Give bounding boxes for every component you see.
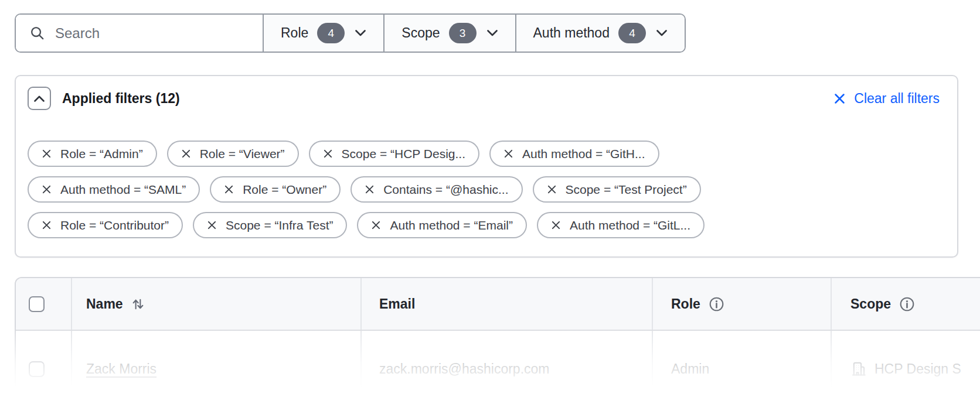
scope-filter-count-badge: 3 <box>449 23 477 43</box>
filter-tag-label: Scope = “Infra Test” <box>226 218 333 232</box>
filter-tag-label: Scope = “Test Project” <box>566 183 687 197</box>
remove-filter-icon[interactable] <box>42 149 52 159</box>
filter-tag[interactable]: Auth method = “Email” <box>357 212 527 238</box>
row-checkbox[interactable] <box>29 361 45 377</box>
filter-tag-label: Auth method = “SAML” <box>60 183 186 197</box>
filter-tag-label: Scope = “HCP Desig... <box>342 147 465 161</box>
header-name: Name <box>71 278 360 330</box>
row-name-cell: Zack Morris <box>71 331 360 404</box>
filter-tag-label: Role = “Owner” <box>243 183 326 197</box>
header-checkbox-cell <box>16 278 71 330</box>
filter-tag-label: Role = “Viewer” <box>200 147 285 161</box>
chevron-down-icon <box>355 29 366 37</box>
applied-filters-panel: Applied filters (12) Clear all filters R… <box>15 75 958 258</box>
remove-filter-icon[interactable] <box>323 149 333 159</box>
filter-tag-label: Auth method = “GitH... <box>522 147 645 161</box>
chevron-up-icon <box>33 95 45 102</box>
role-info-icon[interactable] <box>709 296 724 312</box>
filter-tag[interactable]: Scope = “Infra Test” <box>193 212 347 238</box>
remove-filter-icon[interactable] <box>42 184 52 194</box>
search-placeholder: Search <box>55 25 100 42</box>
select-all-checkbox[interactable] <box>29 296 45 312</box>
filter-tag[interactable]: Auth method = “SAML” <box>28 176 200 203</box>
remove-filter-icon[interactable] <box>224 184 234 194</box>
remove-filter-icon[interactable] <box>503 149 513 159</box>
row-role-cell: Admin <box>652 331 831 404</box>
filter-tag-label: Role = “Admin” <box>60 147 143 161</box>
tag-row: Auth method = “SAML” Role = “Owner” Cont… <box>28 176 945 203</box>
auth-method-filter-dropdown[interactable]: Auth method 4 <box>515 15 685 52</box>
tag-row: Role = “Contributor” Scope = “Infra Test… <box>28 212 945 238</box>
row-checkbox-cell <box>16 331 71 404</box>
users-table: Name Email Role Scope <box>15 277 980 404</box>
sort-icon[interactable] <box>131 297 145 311</box>
user-name-link[interactable]: Zack Morris <box>86 361 156 377</box>
filter-tag[interactable]: Role = “Admin” <box>28 141 157 167</box>
scope-info-icon[interactable] <box>899 296 915 312</box>
chevron-down-icon <box>486 29 498 37</box>
filter-tag[interactable]: Role = “Viewer” <box>167 141 299 167</box>
page: Search Role 4 Scope 3 Auth method 4 <box>0 0 980 404</box>
scope-filter-label: Scope <box>401 25 440 41</box>
role-filter-count-badge: 4 <box>317 23 345 43</box>
filter-tag[interactable]: Scope = “Test Project” <box>533 176 701 203</box>
search-icon <box>29 25 45 41</box>
clear-all-filters-label: Clear all filters <box>854 91 940 107</box>
remove-filter-icon[interactable] <box>551 220 561 230</box>
collapse-filters-button[interactable] <box>28 87 51 110</box>
remove-filter-icon[interactable] <box>207 220 217 230</box>
filter-tag[interactable]: Auth method = “GitL... <box>537 212 705 238</box>
scope-filter-dropdown[interactable]: Scope 3 <box>383 15 515 52</box>
remove-filter-icon[interactable] <box>181 149 191 159</box>
filter-tag-label: Contains = “@hashic... <box>383 183 508 197</box>
filter-tag[interactable]: Contains = “@hashic... <box>351 176 522 203</box>
filter-tag-label: Role = “Contributor” <box>60 218 169 232</box>
name-column-label: Name <box>86 296 123 312</box>
filter-bar: Search Role 4 Scope 3 Auth method 4 <box>15 13 686 53</box>
user-email: zack.morris@hashicorp.com <box>379 361 549 377</box>
row-scope-cell: HCP Design S <box>831 331 980 404</box>
role-filter-label: Role <box>281 25 308 41</box>
header-role: Role <box>652 278 831 330</box>
table-row: Zack Morris zack.morris@hashicorp.com Ad… <box>16 331 980 404</box>
header-scope: Scope <box>831 278 980 330</box>
organization-icon <box>850 361 867 377</box>
role-column-label: Role <box>671 296 700 312</box>
tag-row: Role = “Admin” Role = “Viewer” Scope = “… <box>28 141 945 167</box>
remove-filter-icon[interactable] <box>365 184 375 194</box>
filter-tag[interactable]: Role = “Contributor” <box>28 212 183 238</box>
user-role: Admin <box>671 361 709 377</box>
auth-method-filter-count-badge: 4 <box>618 23 646 43</box>
filter-tag[interactable]: Role = “Owner” <box>210 176 341 203</box>
remove-filter-icon[interactable] <box>371 220 381 230</box>
remove-filter-icon[interactable] <box>42 220 52 230</box>
filter-tag-label: Auth method = “GitL... <box>570 218 690 232</box>
filter-tag[interactable]: Auth method = “GitH... <box>489 141 659 167</box>
scope-column-label: Scope <box>850 296 891 312</box>
table-header-row: Name Email Role Scope <box>16 278 980 331</box>
filter-tag-label: Auth method = “Email” <box>390 218 513 232</box>
row-email-cell: zack.morris@hashicorp.com <box>360 331 652 404</box>
applied-filters-header: Applied filters (12) Clear all filters <box>16 76 957 110</box>
applied-filters-title: Applied filters (12) <box>62 91 180 107</box>
filter-tag[interactable]: Scope = “HCP Desig... <box>309 141 479 167</box>
header-email: Email <box>360 278 652 330</box>
role-filter-dropdown[interactable]: Role 4 <box>263 15 383 52</box>
remove-filter-icon[interactable] <box>547 184 557 194</box>
auth-method-filter-label: Auth method <box>533 25 610 41</box>
clear-all-filters-button[interactable]: Clear all filters <box>833 91 940 107</box>
email-column-label: Email <box>379 296 415 312</box>
applied-filter-tags: Role = “Admin” Role = “Viewer” Scope = “… <box>16 141 957 238</box>
user-scope: HCP Design S <box>874 361 961 377</box>
clear-x-icon <box>833 93 846 105</box>
chevron-down-icon <box>656 29 668 37</box>
search-input[interactable]: Search <box>16 15 263 52</box>
